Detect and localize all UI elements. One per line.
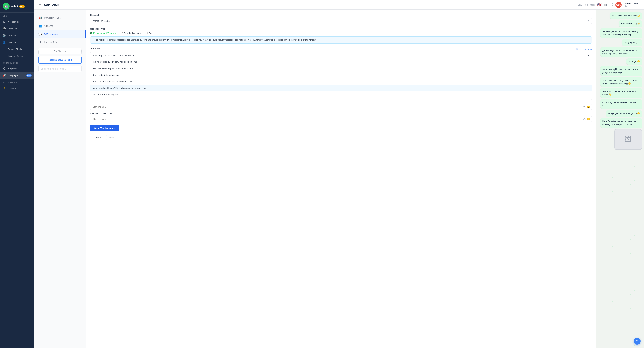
template-item[interactable]: rakaman kelas 19 july_ms [90, 91, 592, 98]
form-area: Channel Wabot Pro Demo ▼ Message Type [86, 10, 596, 348]
preview-message: Boleh jer 😄 [626, 58, 642, 65]
sidebar-item-channels[interactable]: 📡 Channels [0, 32, 34, 39]
template-group: Template Sync Templates bootcamp ramadan… [90, 47, 592, 100]
variable-section-0: </> 😊 [90, 104, 592, 110]
sidebar-item-label: Canned Replies [8, 55, 24, 57]
menu-section-label: MENU [0, 13, 34, 18]
code-icon: </> [583, 105, 586, 108]
preview-message: P.s. - Kalau tak nak terima mesej dari k… [600, 118, 642, 128]
template-item[interactable]: reminder kelas 12july 1 hari sebelom_ms [90, 65, 592, 72]
button-variable-icons: </> 😊 [583, 118, 590, 120]
hamburger-icon[interactable]: ☰ [38, 3, 41, 7]
sidebar: 🤖 wabot PRO MENU ⊞ All Products 💬 Live C… [0, 0, 34, 348]
sidebar-item-live-chat[interactable]: 💬 Live Chat [0, 25, 34, 32]
template-label: Template [90, 47, 100, 50]
sidebar-item-canned-replies[interactable]: ↩ Canned Replies [0, 53, 34, 59]
next-button[interactable]: Next → [106, 135, 120, 140]
template-selected[interactable]: bootcamp ramadan mesej2 rev4 clone_ms ▼ [90, 53, 592, 59]
step-label: (#1) Template [44, 33, 58, 35]
template-header: Template Sync Templates [90, 47, 592, 51]
sync-templates-link[interactable]: Sync Templates [576, 48, 592, 50]
breadcrumb: CRM › Campaign [578, 4, 594, 6]
sidebar-item-label: Live Chat [8, 27, 17, 30]
back-button[interactable]: ← Back [90, 135, 104, 140]
sidebar-item-all-products[interactable]: ⊞ All Products [0, 18, 34, 25]
emoji-icon[interactable]: 😊 [587, 105, 590, 108]
logo-pro-badge: PRO [20, 5, 24, 8]
fullscreen-icon[interactable]: ⛶ [610, 3, 613, 7]
nav-buttons: ← Back Next → [90, 135, 592, 140]
radio-regular[interactable]: Regular Message [120, 32, 142, 34]
button-variable-input-wrapper: </> 😊 [90, 116, 592, 122]
campaign-icon: 📢 [3, 74, 6, 77]
sidebar-item-label: Channels [8, 34, 17, 37]
radio-bot[interactable]: Bot [146, 32, 152, 34]
send-test-message-button[interactable]: Send Test Message [90, 125, 119, 131]
sidebar-item-label: Triggers [8, 87, 16, 89]
template-item-highlighted[interactable]: skrip broadcast kelas 19 july database k… [90, 85, 592, 91]
header-right: CRM › Campaign 🇺🇸 ⊞ ⛶ WDU Wabot Demo... … [578, 2, 640, 8]
variable-label: BUTTON VARIABLE #1 [90, 113, 592, 115]
sidebar-item-label: Custom Fields [8, 48, 22, 50]
sidebar-item-triggers[interactable]: ⚡ Triggers [0, 85, 34, 91]
preview-message: Semalam, lepas kami blast info tentang "… [600, 28, 642, 38]
radio-pre-approved[interactable]: Pre Approved Template [90, 32, 116, 34]
sidebar-item-campaign[interactable]: 📢 Campaign New [0, 72, 34, 79]
triggers-icon: ⚡ [3, 86, 6, 89]
header: ☰ CAMPAIGN CRM › Campaign 🇺🇸 ⊞ ⛶ WDU Wab… [34, 0, 644, 10]
chat-icon: 💬 [3, 27, 6, 30]
test-number-input[interactable] [38, 66, 82, 72]
next-arrow-icon: → [115, 136, 117, 139]
broadcasting-section-label: BROADCASTING [0, 59, 34, 65]
help-button[interactable]: ? [634, 338, 640, 344]
logo-area: 🤖 wabot PRO [0, 0, 34, 13]
reply-icon: ↩ [3, 54, 6, 58]
preview-message: Anda *boleh pilih untuk join kelas mana … [600, 66, 642, 76]
segments-icon: ⬡ [3, 67, 6, 70]
avatar[interactable]: WDU [616, 2, 622, 8]
template-item[interactable]: demo submit template_ms [90, 72, 592, 78]
channel-select[interactable]: Wabot Pro Demo [90, 18, 592, 24]
image-icon: 🖼 [625, 136, 632, 143]
automations-section-label: AUTOMATIONS [0, 79, 34, 85]
content-area: 📢 Campaign Name 👥 Audience 💬 (#1) Templa… [34, 10, 644, 348]
preview-message: Ada yang tanya... [622, 39, 642, 46]
add-message-btn[interactable]: Add Message [38, 48, 82, 54]
preview-message: Jadi jangan fikir lama sangat ya 😊 [606, 110, 642, 117]
sidebar-item-segments[interactable]: ⬡ Segments [0, 65, 34, 72]
channel-icon: 📡 [3, 34, 6, 37]
sidebar-item-custom-fields[interactable]: ≡ Custom Fields [0, 46, 34, 53]
radio-group: Pre Approved Template Regular Message Bo… [90, 32, 592, 34]
variable-input-start-typing[interactable] [90, 104, 592, 110]
contacts-icon: 👤 [3, 41, 6, 44]
sidebar-item-contacts[interactable]: 👤 Contacts [0, 39, 34, 46]
preview-message: Tapi *kalau nak jimat, join sekali terus… [600, 77, 642, 87]
grid-icon: ⊞ [3, 20, 6, 23]
emoji-icon[interactable]: 😊 [587, 118, 590, 120]
button-variable-input[interactable] [90, 116, 592, 122]
step-campaign-name[interactable]: 📢 Campaign Name [34, 14, 86, 22]
preview-icon: 👁 [38, 41, 42, 44]
step-label: Campaign Name [44, 17, 61, 19]
info-box: ℹ Pre-Approved Template messages are app… [90, 37, 592, 44]
step-template[interactable]: 💬 (#1) Template [34, 30, 86, 38]
test-number-field [38, 66, 82, 72]
channel-group: Channel Wabot Pro Demo ▼ [90, 14, 592, 24]
template-item[interactable]: skrip followup kelas 21jun2023 jamke23_m… [90, 98, 592, 100]
template-item[interactable]: reminder kelas 19 july satu hari sebelom… [90, 59, 592, 65]
step-preview-save[interactable]: 👁 Preview & Save [34, 38, 86, 46]
preview-messages: *Ada tanya kan semalam?* 🌙 Salam & Hai {… [596, 10, 644, 152]
preview-message: _"Kalau saya nak join 1-2 kelas dalam bo… [600, 47, 642, 57]
template-item[interactable]: demo broadcast in class intro2waba_ms [90, 78, 592, 85]
preview-message: *Ada tanya kan semalam?* 🌙 [610, 12, 642, 19]
new-badge: New [26, 74, 32, 77]
step-label: Audience [44, 25, 53, 27]
sidebar-item-label: Contacts [8, 41, 16, 44]
sidebar-item-label: Segments [8, 67, 18, 70]
campaign-panel: 📢 Campaign Name 👥 Audience 💬 (#1) Templa… [34, 10, 644, 348]
step-audience[interactable]: 👥 Audience [34, 22, 86, 30]
breadcrumb-separator: › [584, 4, 584, 6]
button-variable-section: BUTTON VARIABLE #1 </> 😊 [90, 113, 592, 122]
language-flag[interactable]: 🇺🇸 [597, 3, 602, 7]
grid-view-icon[interactable]: ⊞ [604, 3, 607, 7]
